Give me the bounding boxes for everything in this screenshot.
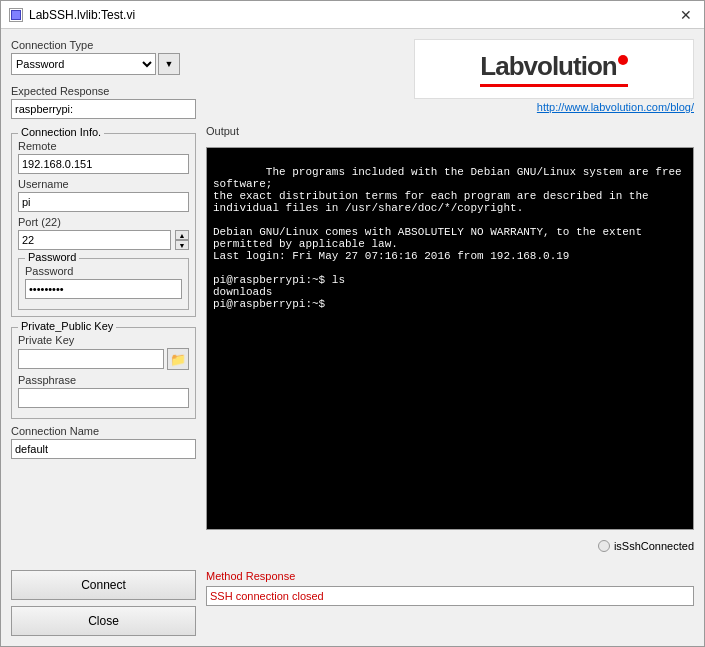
connection-name-section: Connection Name <box>11 425 196 459</box>
window-icon <box>9 8 23 22</box>
terminal-text: The programs included with the Debian GN… <box>213 166 688 310</box>
connection-info-group: Connection Info. Remote Username Port (2… <box>11 133 196 317</box>
remote-label: Remote <box>18 140 189 152</box>
connection-type-section: Connection Type Password ▼ <box>11 39 196 75</box>
logo-box: Labvolution <box>414 39 694 99</box>
username-label: Username <box>18 178 189 190</box>
username-section: Username <box>18 178 189 212</box>
password-group: Password Password <box>18 258 189 310</box>
password-section: Password <box>25 265 182 299</box>
connection-type-select[interactable]: Password <box>11 53 156 75</box>
output-terminal: The programs included with the Debian GN… <box>206 147 694 530</box>
connection-name-label: Connection Name <box>11 425 196 437</box>
connect-button[interactable]: Connect <box>11 570 196 600</box>
bottom-section: Connect Close Method Response <box>1 562 704 646</box>
main-content: Connection Type Password ▼ Expected Resp… <box>1 29 704 562</box>
connection-name-input[interactable] <box>11 439 196 459</box>
logo-dot <box>618 55 628 65</box>
main-window: LabSSH.lvlib:Test.vi ✕ Connection Type P… <box>0 0 705 647</box>
ssh-connected-label: isSshConnected <box>614 540 694 552</box>
connection-info-title: Connection Info. <box>18 126 104 138</box>
passphrase-input[interactable] <box>18 388 189 408</box>
private-key-group-title: Private_Public Key <box>18 320 116 332</box>
close-window-button[interactable]: ✕ <box>676 8 696 22</box>
private-key-row: 📁 <box>18 348 189 370</box>
logo-text: Labvolution <box>480 51 627 81</box>
logo-link[interactable]: http://www.labvolution.com/blog/ <box>537 101 694 113</box>
remote-input[interactable] <box>18 154 189 174</box>
dropdown-arrow-icon[interactable]: ▼ <box>158 53 180 75</box>
password-input[interactable] <box>25 279 182 299</box>
ssh-connected-indicator <box>598 540 610 552</box>
passphrase-section: Passphrase <box>18 374 189 408</box>
private-key-group: Private_Public Key Private Key 📁 Passphr… <box>11 327 196 419</box>
port-row: ▲ ▼ <box>18 230 189 250</box>
connection-type-label: Connection Type <box>11 39 196 51</box>
passphrase-label: Passphrase <box>18 374 189 386</box>
username-input[interactable] <box>18 192 189 212</box>
port-down-button[interactable]: ▼ <box>175 240 189 250</box>
right-bottom: Method Response <box>206 570 694 606</box>
private-key-section: Private Key 📁 <box>18 334 189 370</box>
private-key-input[interactable] <box>18 349 164 369</box>
title-bar: LabSSH.lvlib:Test.vi ✕ <box>1 1 704 29</box>
output-label: Output <box>206 125 694 137</box>
logo: Labvolution <box>480 51 627 87</box>
logo-underline <box>480 84 627 87</box>
password-group-title: Password <box>25 251 79 263</box>
port-up-button[interactable]: ▲ <box>175 230 189 240</box>
port-label: Port (22) <box>18 216 189 228</box>
expected-response-section: Expected Response <box>11 85 196 119</box>
close-button[interactable]: Close <box>11 606 196 636</box>
title-bar-left: LabSSH.lvlib:Test.vi <box>9 8 135 22</box>
method-response-label: Method Response <box>206 570 694 582</box>
expected-response-input[interactable] <box>11 99 196 119</box>
remote-section: Remote <box>18 140 189 174</box>
left-panel: Connection Type Password ▼ Expected Resp… <box>11 39 196 552</box>
folder-browse-button[interactable]: 📁 <box>167 348 189 370</box>
logo-container: Labvolution http://www.labvolution.com/b… <box>206 39 694 113</box>
connection-type-row: Password ▼ <box>11 53 196 75</box>
expected-response-label: Expected Response <box>11 85 196 97</box>
method-response-input[interactable] <box>206 586 694 606</box>
password-label: Password <box>25 265 182 277</box>
port-input[interactable] <box>18 230 171 250</box>
action-buttons: Connect Close <box>11 570 196 636</box>
private-key-label: Private Key <box>18 334 189 346</box>
ssh-connected-row: isSshConnected <box>206 540 694 552</box>
window-title: LabSSH.lvlib:Test.vi <box>29 8 135 22</box>
svg-rect-1 <box>12 11 20 19</box>
right-panel: Labvolution http://www.labvolution.com/b… <box>206 39 694 552</box>
port-spinner: ▲ ▼ <box>175 230 189 250</box>
port-section: Port (22) ▲ ▼ <box>18 216 189 250</box>
